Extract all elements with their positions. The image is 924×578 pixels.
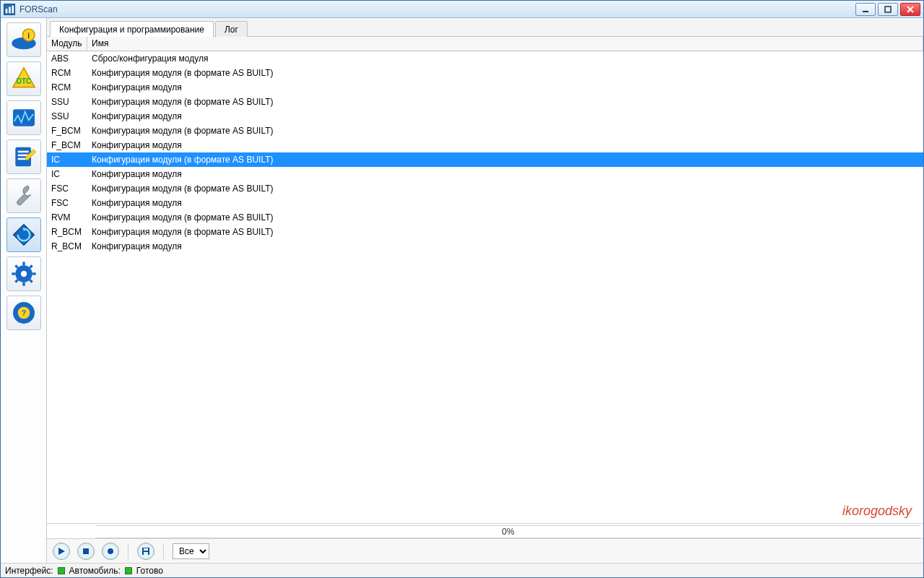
cell-module: SSU	[47, 96, 87, 108]
cell-module: RCM	[47, 82, 87, 93]
tab-bar: Конфигурация и программирование Лог	[47, 18, 923, 37]
svg-line-25	[30, 280, 32, 282]
svg-rect-0	[6, 9, 8, 13]
status-bar: Интерфейс: Автомобиль: Готово	[1, 563, 923, 577]
table-row[interactable]: ICКонфигурация модуля (в формате AS BUIL…	[47, 152, 923, 167]
cell-name: Конфигурация модуля	[87, 241, 923, 252]
cell-module: ABS	[47, 53, 87, 64]
svg-rect-33	[83, 548, 89, 554]
vehicle-status-led-icon	[125, 567, 132, 574]
window-title: FORScan	[19, 4, 58, 14]
svg-text:i: i	[27, 32, 30, 40]
cell-name: Конфигурация модуля	[87, 139, 923, 151]
svg-line-24	[15, 265, 17, 267]
svg-marker-32	[58, 548, 65, 555]
svg-rect-14	[17, 151, 28, 153]
sidebar-help[interactable]: ?	[6, 296, 41, 330]
column-module[interactable]: Модуль	[47, 37, 87, 51]
sidebar-vehicle-info[interactable]: i	[6, 22, 41, 57]
stop-button[interactable]	[77, 543, 95, 560]
svg-rect-37	[144, 552, 148, 555]
svg-rect-36	[144, 548, 148, 551]
table-row[interactable]: RCMКонфигурация модуля (в формате AS BUI…	[47, 66, 923, 80]
minimize-button[interactable]	[855, 3, 876, 16]
sidebar-service[interactable]	[6, 178, 41, 213]
column-header: Модуль Имя	[47, 37, 923, 51]
cell-module: IC	[47, 154, 87, 165]
table-row[interactable]: RVMКонфигурация модуля (в формате AS BUI…	[47, 210, 923, 225]
cell-name: Конфигурация модуля	[87, 168, 923, 180]
status-interface-label: Интерфейс:	[5, 566, 53, 576]
cell-name: Конфигурация модуля	[87, 197, 923, 209]
play-button[interactable]	[53, 543, 70, 560]
cell-module: FSC	[47, 197, 87, 209]
cell-module: R_BCM	[47, 226, 87, 238]
table-row[interactable]: F_BCMКонфигурация модуля (в формате AS B…	[47, 124, 923, 138]
cell-name: Конфигурация модуля (в формате AS BUILT)	[87, 67, 923, 79]
progress-text: 0%	[502, 527, 514, 537]
cell-module: F_BCM	[47, 139, 87, 151]
progress-bar: 0%	[96, 525, 920, 538]
cell-module: RVM	[47, 212, 87, 223]
table-row[interactable]: ABSСброс/конфигурация модуля	[47, 51, 923, 66]
interface-status-led-icon	[58, 567, 65, 574]
table-row[interactable]: RCMКонфигурация модуля	[47, 80, 923, 95]
status-vehicle-label: Автомобиль:	[69, 566, 121, 576]
save-button[interactable]	[137, 543, 154, 560]
table-row[interactable]: ICКонфигурация модуля	[47, 167, 923, 181]
tab-log[interactable]: Лог	[215, 21, 248, 37]
table-row[interactable]: FSCКонфигурация модуля (в формате AS BUI…	[47, 181, 923, 196]
table-row[interactable]: SSUКонфигурация модуля	[47, 109, 923, 124]
table-row[interactable]: R_BCMКонфигурация модуля (в формате AS B…	[47, 225, 923, 239]
sidebar-dtc[interactable]: DTC	[6, 61, 41, 96]
sidebar-config-programming[interactable]	[6, 217, 41, 252]
svg-rect-2	[12, 5, 14, 13]
cell-name: Конфигурация модуля (в формате AS BUILT)	[87, 183, 923, 194]
cell-module: FSC	[47, 183, 87, 194]
cell-module: F_BCM	[47, 125, 87, 137]
svg-line-27	[30, 265, 32, 267]
cell-module: SSU	[47, 111, 87, 122]
cell-name: Конфигурация модуля (в формате AS BUILT)	[87, 226, 923, 238]
cell-name: Сброс/конфигурация модуля	[87, 53, 923, 64]
tab-config-programming[interactable]: Конфигурация и программирование	[50, 21, 214, 37]
cell-name: Конфигурация модуля	[87, 82, 923, 93]
svg-line-26	[15, 280, 17, 282]
sidebar-tests[interactable]	[6, 139, 41, 174]
svg-text:?: ?	[21, 309, 25, 317]
cell-name: Конфигурация модуля (в формате AS BUILT)	[87, 125, 923, 137]
maximize-button[interactable]	[878, 3, 898, 16]
svg-rect-1	[9, 7, 11, 13]
sidebar: i DTC ?	[1, 18, 47, 563]
status-ready-label: Готово	[136, 566, 163, 576]
table-row[interactable]: FSCКонфигурация модуля	[47, 196, 923, 210]
close-button[interactable]	[900, 3, 920, 16]
svg-point-34	[108, 548, 113, 554]
module-list[interactable]: ABSСброс/конфигурация модуляRCMКонфигура…	[47, 51, 923, 523]
cell-module: IC	[47, 168, 87, 180]
toolbar-separator	[128, 543, 128, 559]
svg-text:DTC: DTC	[16, 77, 31, 85]
cell-module: R_BCM	[47, 241, 87, 252]
record-button[interactable]	[102, 543, 119, 560]
toolbar-separator	[163, 543, 164, 559]
filter-select[interactable]: Все	[173, 543, 209, 559]
bottom-toolbar: Все	[47, 538, 923, 563]
sidebar-live-data[interactable]	[6, 100, 41, 135]
cell-name: Конфигурация модуля	[87, 111, 923, 122]
cell-name: Конфигурация модуля (в формате AS BUILT)	[87, 96, 923, 108]
app-icon	[4, 4, 15, 15]
svg-rect-17	[13, 225, 33, 245]
column-name[interactable]: Имя	[87, 37, 923, 51]
cell-module: RCM	[47, 67, 87, 79]
table-row[interactable]: F_BCMКонфигурация модуля	[47, 138, 923, 152]
cell-name: Конфигурация модуля (в формате AS BUILT)	[87, 212, 923, 223]
svg-rect-4	[885, 7, 891, 12]
titlebar: FORScan	[1, 1, 923, 18]
table-row[interactable]: SSUКонфигурация модуля (в формате AS BUI…	[47, 95, 923, 109]
sidebar-settings[interactable]	[6, 256, 41, 291]
cell-name: Конфигурация модуля (в формате AS BUILT)	[87, 154, 923, 165]
table-row[interactable]: R_BCMКонфигурация модуля	[47, 239, 923, 254]
watermark: ikorogodsky	[842, 504, 912, 519]
svg-point-28	[20, 271, 26, 277]
